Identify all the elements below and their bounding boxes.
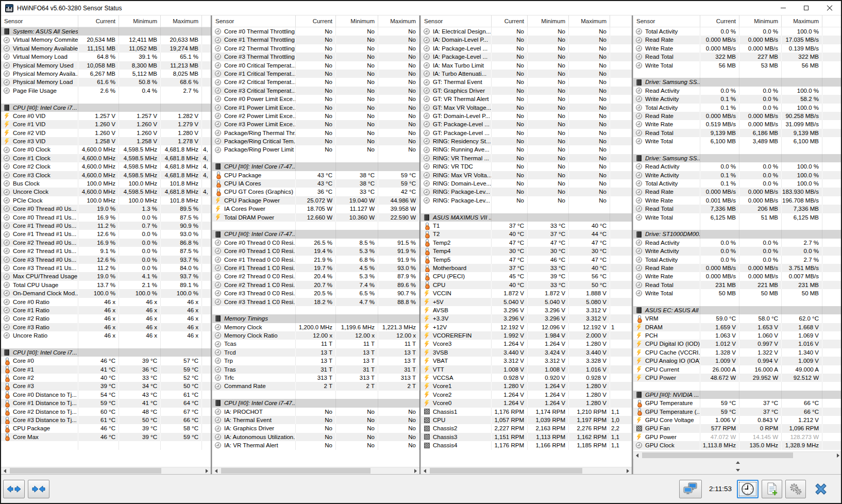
- sensor-row[interactable]: RING: Package-Lev...NoNoNo: [421, 196, 632, 205]
- sensor-row[interactable]: Core #2 Thread 1 C0 Resi...20.7 %7.4 %89…: [212, 281, 419, 289]
- column-header-current[interactable]: Current: [700, 15, 739, 27]
- sensor-row[interactable]: Write Rate0.001 MB/s0.000 MB/s196.708 MB…: [633, 196, 841, 205]
- sensor-row[interactable]: GT: Thermal EventNoNoNo: [421, 78, 632, 86]
- sensor-row[interactable]: Core #1 Thread 0 C0 Resi...21.9 %6.8 %91…: [212, 256, 419, 264]
- sensor-row[interactable]: IA: Domain-Level P...NoNoNo: [421, 36, 632, 44]
- sensor-row[interactable]: GPU Temperature59 °C37 °C66 °C: [633, 399, 841, 407]
- section-row[interactable]: ASUS MAXIMUS VII ...: [421, 213, 632, 222]
- sensor-row[interactable]: Memory Clock Ratio12.00 x12.00 x12.00 x: [212, 331, 419, 340]
- sensor-row[interactable]: VBAT3.312 V3.312 V3.328 V: [421, 357, 632, 365]
- sensor-row[interactable]: Core #2 Thermal ThrottlingNoNoNo: [212, 44, 419, 53]
- sensor-row[interactable]: RING: Domain-Leve...NoNoNo: [421, 179, 632, 188]
- section-row[interactable]: CPU [#0]: Intel Core i7...: [1, 104, 211, 112]
- expand-columns-button[interactable]: [3, 480, 25, 498]
- sensor-row[interactable]: Core #2 Critical Temperat...NoNoNo: [212, 78, 419, 86]
- sensor-row[interactable]: CPU Cache (VCCRI...1.328 V1.322 V1.340 V: [633, 348, 841, 357]
- column-header-minimum[interactable]: Minimum: [739, 15, 782, 27]
- sensor-row[interactable]: GPU Core Voltage1.006 V0.843 V1.212 V: [633, 416, 841, 424]
- sensor-row[interactable]: IA: Thermal EventNoNoNo: [212, 416, 419, 424]
- collapse-columns-button[interactable]: [28, 480, 49, 498]
- sensor-row[interactable]: Total Activity0.1 %0.0 %100.0 %: [633, 179, 841, 188]
- sensor-row[interactable]: Core #3 Thread 0 C0 Resi...20.5 %6.5 %90…: [212, 289, 419, 297]
- sensor-row[interactable]: Core #0 Thermal ThrottlingNoNoNo: [212, 27, 419, 36]
- sensor-row[interactable]: Core #1 Thread 1 C0 Resi...19.7 %4.5 %93…: [212, 264, 419, 272]
- section-row[interactable]: CPU [#0]: Intel Core i7-47...: [212, 230, 419, 238]
- sensor-row[interactable]: Read Total9,139 MB6,186 MB9,139 MB: [633, 129, 841, 137]
- sensor-row[interactable]: VCOREREFIN1.992 V1.984 V2.000 V: [421, 331, 632, 340]
- sensor-row[interactable]: IA: Package-Level ...NoNoNo: [421, 53, 632, 61]
- sensor-row[interactable]: Total Activity0.0 %0.0 %100.0 %: [633, 27, 841, 36]
- sensor-row[interactable]: GT: Package-Level ...NoNoNo: [421, 129, 632, 137]
- sensor-row[interactable]: Core #2 Clock4,600.0 MHz4,598.5 MHz4,681…: [1, 162, 211, 171]
- column-header-maximum[interactable]: Maximum: [569, 15, 610, 27]
- sensor-row[interactable]: Core #1 Thread #1 Us...12.6 %0.0 %93.0 %: [1, 230, 211, 238]
- sensor-row[interactable]: Core #2 Power Limit Exce...NoNoNo: [212, 112, 419, 120]
- sensor-row[interactable]: CPU (PECI)45 °C39 °C56 °C: [421, 272, 632, 280]
- scroll-up-button[interactable]: [634, 459, 841, 466]
- sensor-row[interactable]: Core #2 Thread #1 Us...9.1 %0.0 %87.5 %: [1, 247, 211, 255]
- column-header-maximum[interactable]: Maximum: [378, 15, 419, 27]
- sensor-row[interactable]: IA: Turbo Attenuati...NoNoNo: [421, 70, 632, 78]
- sensor-row[interactable]: Core #1 Distance to Tj...59 °C41 °C64 °C: [1, 399, 211, 407]
- column-header-maximum[interactable]: Maximum: [782, 15, 822, 27]
- sensor-row[interactable]: Core #1 Thermal ThrottlingNoNoNo: [212, 36, 419, 44]
- sensor-row[interactable]: Core #3 Power Limit Exce...NoNoNo: [212, 120, 419, 128]
- sensor-row[interactable]: IA: Electrical Design...NoNoNo: [421, 27, 632, 36]
- sensor-row[interactable]: Core #3 Thermal ThrottlingNoNoNo: [212, 53, 419, 61]
- sensor-row[interactable]: Read Activity0.0 %0.0 %100.0 %: [633, 87, 841, 95]
- scroll-right-button[interactable]: [203, 467, 211, 474]
- sensor-row[interactable]: Temp430 °C30 °C30 °C: [421, 247, 632, 255]
- sensor-row[interactable]: Core #0 Thread 0 C0 Resi...26.5 %8.5 %91…: [212, 239, 419, 247]
- sensor-row[interactable]: Motherboard37 °C33 °C40 °C: [421, 264, 632, 272]
- column-header-current[interactable]: Current: [492, 15, 528, 27]
- scroll-left-button[interactable]: [1, 467, 9, 474]
- sensor-row[interactable]: Core #0 Power Limit Exce...NoNoNo: [212, 95, 419, 103]
- scroll-down-button[interactable]: [634, 466, 841, 474]
- section-row[interactable]: CPU [#0]: Intel Core i7-47...: [212, 399, 419, 407]
- sensor-row[interactable]: Core #1 Thread #0 Us...11.2 %0.7 %90.9 %: [1, 222, 211, 230]
- sensor-row[interactable]: Chassis41,176 RPM1,166 RPM1,185 RPM1,1: [421, 441, 632, 449]
- column-header-sensor[interactable]: Sensor: [212, 15, 296, 27]
- sensor-row[interactable]: Virtual Memory Available11,151 MB11,052 …: [1, 44, 211, 53]
- sensor-row[interactable]: Uncore Clock4,600.0 MHz4,598.5 MHz4,681.…: [1, 188, 211, 196]
- section-row[interactable]: CPU [#0]: Intel Core i7...: [1, 348, 211, 357]
- sensor-row[interactable]: Max CPU/Thread Usage19.0 %4.1 %93.7 %: [1, 272, 211, 280]
- sensor-row[interactable]: Read Activity0.0 %0.0 %2.7 %: [633, 239, 841, 247]
- h-scroll-thumb[interactable]: [10, 468, 161, 474]
- sensor-row[interactable]: Core #240 °C33 °C52 °C: [1, 374, 211, 382]
- scroll-left-button[interactable]: [212, 467, 220, 474]
- sensor-row[interactable]: Core #3 Critical Temperat...NoNoNo: [212, 87, 419, 95]
- maximize-button[interactable]: [795, 1, 818, 15]
- sensor-row[interactable]: IA: Package-Level ...NoNoNo: [421, 44, 632, 53]
- sensor-row[interactable]: Core #1 Power Limit Exce...NoNoNo: [212, 104, 419, 112]
- sensor-row[interactable]: Read Rate0.000 MB/s0.000 MB/s183.930 MB/…: [633, 188, 841, 196]
- sensor-row[interactable]: Tcas11 T11 T11 T: [212, 340, 419, 348]
- sensor-row[interactable]: CPU GT Cores (Graphics)36 °C33 °C42 °C: [212, 188, 419, 196]
- sensor-row[interactable]: Total DRAM Power12.660 W10.360 W22.590 W: [212, 213, 419, 222]
- scroll-left-button[interactable]: [421, 467, 429, 474]
- sensor-row[interactable]: Core #0 Distance to Tj...54 °C43 °C61 °C: [1, 391, 211, 399]
- sensor-row[interactable]: CPU Current26.000 A16.000 A49.000 A: [633, 365, 841, 374]
- section-row[interactable]: Memory Timings: [212, 314, 419, 323]
- close-button[interactable]: [818, 1, 841, 15]
- sensor-row[interactable]: Trcd13 T13 T13 T: [212, 348, 419, 357]
- sensor-row[interactable]: Core #141 °C36 °C59 °C: [1, 365, 211, 374]
- sensor-row[interactable]: Core #0 Thread #0 Us...19.0 %1.3 %89.5 %: [1, 205, 211, 213]
- sensor-row[interactable]: Write Total6,125 MB51 MB6,125 MB: [633, 213, 841, 222]
- sensor-row[interactable]: GPU Power47.072 W14.145 W128.273 W: [633, 433, 841, 441]
- sensor-row[interactable]: IA: Max Turbo LimitNoNoNo: [421, 61, 632, 70]
- sensor-row[interactable]: Core #3 Thread #1 Us...11.2 %0.0 %84.0 %: [1, 264, 211, 272]
- sensor-row[interactable]: Read Total231 MB221 MB231 MB: [633, 281, 841, 289]
- sensor-row[interactable]: Vcore01.264 V1.264 V1.280 V: [421, 399, 632, 407]
- close-app-button[interactable]: [809, 480, 833, 498]
- sensor-row[interactable]: Core #3 Clock4,600.0 MHz4,598.5 MHz4,681…: [1, 171, 211, 179]
- sensor-row[interactable]: +5V5.040 V5.040 V5.080 V: [421, 298, 632, 306]
- sensor-row[interactable]: Write Activity0.0 %0.0 %0.0 %: [633, 247, 841, 255]
- section-row[interactable]: Drive: ST1000DM00...: [633, 230, 841, 238]
- sensor-row[interactable]: Core #3 Thread 1 C0 Resi...18.2 %4.7 %88…: [212, 298, 419, 306]
- sensor-row[interactable]: CPU Digital IO (IOD)1.012 V0.997 V1.016 …: [633, 340, 841, 348]
- sensor-row[interactable]: Read Total7,336 MB206 MB7,336 MB: [633, 205, 841, 213]
- sensor-row[interactable]: Total Activity0.0 %0.0 %2.7 %: [633, 256, 841, 264]
- sensor-row[interactable]: GT: VR Thermal AlertNoNoNo: [421, 95, 632, 103]
- sensor-row[interactable]: Core #1 Critical Temperat...NoNoNo: [212, 70, 419, 78]
